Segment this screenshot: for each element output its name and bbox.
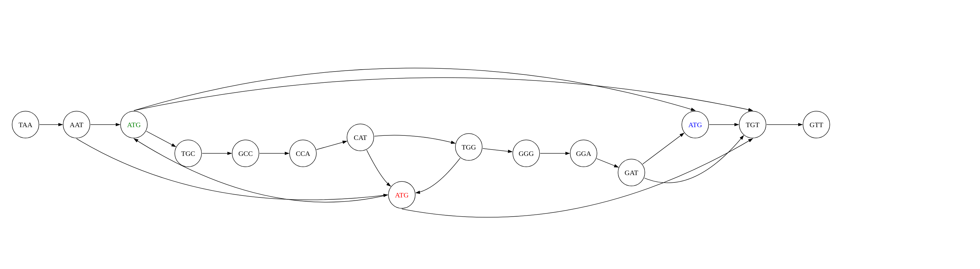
svg-text:ATG: ATG [689, 121, 702, 129]
node-GGA: GGA [570, 140, 597, 167]
svg-text:ATG: ATG [395, 191, 409, 199]
svg-text:TGC: TGC [181, 149, 195, 157]
node-TGG: TGG [455, 133, 482, 160]
svg-text:GAT: GAT [625, 169, 638, 177]
graph-canvas: TAAAATATGTGCGCCCCACATATGTGGGGGGGAGATATGT… [0, 0, 980, 269]
node-CCA: CCA [290, 140, 317, 167]
node-ATG1: ATG [121, 111, 147, 138]
node-GAT: GAT [618, 159, 645, 186]
node-TGC: TGC [175, 140, 202, 167]
svg-text:TAA: TAA [19, 121, 33, 129]
svg-text:ATG: ATG [127, 121, 141, 129]
svg-text:GGG: GGG [519, 149, 534, 157]
svg-text:TGG: TGG [461, 143, 476, 151]
nodes-layer: TAAAATATGTGCGCCCCACATATGTGGGGGGGAGATATGT… [12, 111, 830, 208]
svg-text:CCA: CCA [296, 149, 310, 157]
node-GTT: GTT [803, 111, 830, 138]
node-GGG: GGG [513, 140, 539, 167]
node-TGT: TGT [739, 111, 766, 138]
svg-text:GGA: GGA [576, 149, 591, 157]
node-CAT: CAT [347, 124, 374, 151]
edges-layer [40, 68, 802, 217]
svg-text:CAT: CAT [354, 133, 367, 141]
node-TAA: TAA [12, 111, 39, 138]
node-ATG3: ATG [682, 111, 709, 138]
svg-text:TGT: TGT [746, 121, 760, 129]
node-AAT: AAT [63, 111, 90, 138]
node-ATG2: ATG [388, 181, 415, 208]
svg-text:AAT: AAT [70, 121, 84, 129]
svg-text:GTT: GTT [810, 121, 823, 129]
node-GCC: GCC [232, 140, 259, 167]
svg-text:GCC: GCC [238, 149, 253, 157]
